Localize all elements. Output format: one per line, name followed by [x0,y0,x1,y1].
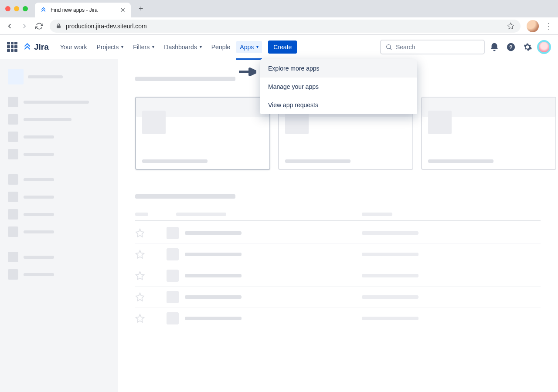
nav-dashboards[interactable]: Dashboards▾ [160,41,205,53]
search-input[interactable]: Search [380,40,485,54]
app-switcher-icon[interactable] [7,42,17,52]
app-card-skeleton[interactable] [135,97,270,170]
menu-manage-your-apps[interactable]: Manage your apps [260,78,417,96]
table-header-skeleton [135,213,558,216]
star-icon[interactable] [135,314,145,323]
nav-your-work[interactable]: Your work [57,41,91,53]
sidebar-item-skeleton [8,97,110,107]
search-icon [385,44,392,51]
close-window[interactable] [5,6,10,11]
forward-button[interactable] [20,22,29,30]
settings-icon[interactable] [521,40,534,54]
sidebar-project-icon-skeleton [8,69,24,84]
new-tab-button[interactable]: + [139,4,143,14]
jira-logo-icon [23,42,32,52]
menu-explore-more-apps[interactable]: Explore more apps [260,59,417,78]
sidebar-item-skeleton [8,252,110,262]
table-row-skeleton[interactable] [135,244,541,265]
create-button[interactable]: Create [268,41,297,54]
nav-people[interactable]: People [208,41,234,53]
table-row-skeleton[interactable] [135,265,541,287]
sidebar-header [8,69,110,84]
sidebar-item-skeleton [8,174,110,185]
annotation-arrow-icon [239,68,256,76]
browser-tab-bar: Find new apps - Jira ✕ + [0,0,558,17]
bookmark-star-icon[interactable] [507,22,514,30]
close-tab-icon[interactable]: ✕ [120,7,126,14]
reload-button[interactable] [35,22,44,30]
sidebar-item-skeleton [8,269,110,280]
browser-toolbar: production.jira-dev.siteurl.com ⋮ [0,17,558,35]
back-button[interactable] [5,22,14,30]
svg-point-0 [387,44,391,48]
address-bar[interactable]: production.jira-dev.siteurl.com [50,20,521,33]
star-icon[interactable] [135,271,145,280]
browser-tab[interactable]: Find new apps - Jira ✕ [35,3,131,17]
nav-filters[interactable]: Filters▾ [129,41,158,53]
svg-text:?: ? [509,44,513,50]
lock-icon [56,23,61,29]
section-heading-skeleton [135,77,235,81]
help-icon[interactable]: ? [504,40,518,54]
tab-title: Find new apps - Jira [51,7,117,13]
sidebar-item-skeleton [8,192,110,202]
jira-top-nav: Jira Your work Projects▾ Filters▾ Dashbo… [0,35,558,59]
chevron-down-icon: ▾ [200,44,202,49]
user-avatar[interactable] [537,40,551,54]
star-icon[interactable] [135,228,145,238]
search-placeholder: Search [396,44,415,51]
jira-logo-text: Jira [34,42,49,52]
browser-menu-icon[interactable]: ⋮ [545,21,553,31]
sidebar-item-skeleton [8,226,110,237]
sidebar-item-skeleton [8,149,110,159]
nav-apps[interactable]: Apps▾ [236,41,262,53]
url-text: production.jira-dev.siteurl.com [66,23,503,30]
maximize-window[interactable] [23,6,28,11]
nav-projects[interactable]: Projects▾ [93,41,127,53]
jira-logo[interactable]: Jira [23,42,49,52]
browser-profile-avatar[interactable] [527,20,539,32]
chevron-down-icon: ▾ [256,44,259,49]
section-heading-skeleton [135,194,235,199]
sidebar-item-skeleton [8,209,110,220]
chevron-down-icon: ▾ [121,44,123,49]
apps-dropdown-menu: Explore more apps Manage your apps View … [260,59,417,114]
sidebar-title-skeleton [28,75,63,78]
minimize-window[interactable] [14,6,19,11]
table-row-skeleton[interactable] [135,308,541,329]
table-row-skeleton[interactable] [135,287,541,308]
sidebar-item-skeleton [8,114,110,125]
menu-view-app-requests[interactable]: View app requests [260,96,417,114]
star-icon[interactable] [135,292,145,302]
app-card-skeleton[interactable] [421,97,556,170]
chevron-down-icon: ▾ [152,44,154,49]
notifications-icon[interactable] [487,40,501,54]
star-icon[interactable] [135,250,145,259]
jira-tab-icon [40,7,47,14]
sidebar [0,59,118,392]
sidebar-item-skeleton [8,132,110,142]
window-controls [5,6,28,11]
table-row-skeleton[interactable] [135,223,541,244]
